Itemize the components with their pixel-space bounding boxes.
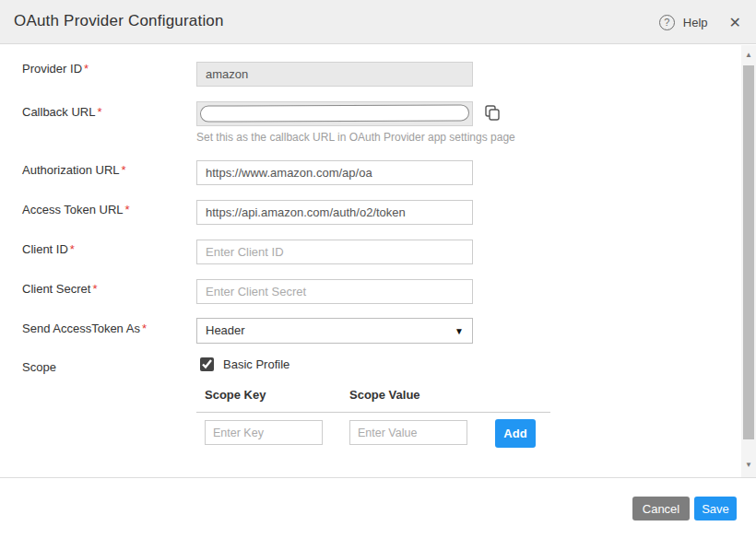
authorization-url-label: Authorization URL* (22, 163, 126, 177)
basic-profile-checkbox-label: Basic Profile (223, 357, 289, 371)
basic-profile-checkbox[interactable] (200, 357, 214, 371)
required-asterisk: * (142, 322, 147, 335)
scope-key-header: Scope Key (205, 388, 266, 402)
scroll-up-icon[interactable]: ▲ (741, 49, 756, 62)
redacted-value (200, 104, 469, 122)
provider-id-field (196, 62, 473, 87)
copy-icon[interactable] (482, 103, 502, 123)
send-access-token-as-label: Send AccessToken As* (22, 322, 147, 335)
scope-key-input[interactable] (205, 420, 323, 445)
required-asterisk: * (97, 105, 101, 119)
required-asterisk: * (122, 163, 126, 177)
scope-table-divider (196, 412, 550, 413)
scope-value-input[interactable] (349, 420, 467, 445)
dialog-body: Provider ID* Callback URL* Set this as t… (0, 45, 741, 477)
access-token-url-field[interactable] (196, 200, 473, 225)
callback-url-label: Callback URL* (22, 105, 102, 119)
basic-profile-checkbox-row: Basic Profile (200, 357, 289, 371)
client-secret-label: Client Secret* (22, 282, 97, 296)
provider-id-label: Provider ID* (22, 62, 89, 76)
scope-label: Scope (22, 360, 56, 374)
cancel-button[interactable]: Cancel (632, 497, 690, 520)
required-asterisk: * (84, 62, 89, 76)
send-access-token-select[interactable]: Header ▼ (196, 318, 473, 344)
add-scope-button[interactable]: Add (495, 419, 536, 448)
chevron-down-icon: ▼ (455, 319, 464, 344)
oauth-provider-dialog: OAuth Provider Configuration ? Help ✕ Pr… (0, 0, 756, 538)
client-id-field[interactable] (196, 240, 473, 264)
scrollbar[interactable]: ▲ ▼ (741, 45, 756, 477)
required-asterisk: * (92, 282, 97, 296)
client-id-label: Client ID* (22, 242, 75, 256)
dialog-header: OAuth Provider Configuration ? Help ✕ (0, 0, 756, 44)
client-secret-field[interactable] (196, 279, 473, 304)
required-asterisk: * (125, 203, 130, 216)
close-icon[interactable]: ✕ (726, 12, 745, 33)
save-button[interactable]: Save (694, 497, 737, 520)
help-link[interactable]: Help (683, 16, 708, 29)
access-token-url-label: Access Token URL* (22, 203, 130, 216)
callback-url-helper-text: Set this as the callback URL in OAuth Pr… (196, 131, 515, 144)
callback-url-field (196, 101, 473, 126)
help-icon[interactable]: ? (659, 15, 675, 30)
scrollbar-thumb[interactable] (743, 65, 754, 439)
authorization-url-field[interactable] (196, 160, 473, 185)
scroll-down-icon[interactable]: ▼ (741, 459, 756, 472)
scope-value-header: Scope Value (349, 388, 420, 402)
page-title: OAuth Provider Configuration (14, 12, 224, 30)
dialog-footer: Cancel Save (0, 477, 756, 538)
required-asterisk: * (70, 242, 75, 256)
